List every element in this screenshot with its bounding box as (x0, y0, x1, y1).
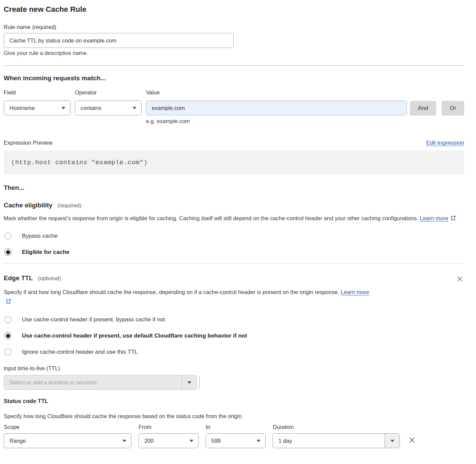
radio-icon (4, 316, 11, 323)
chevron-down-icon (390, 440, 394, 442)
operator-label: Operator (75, 89, 142, 96)
match-condition-row: Field Hostname Operator contains Value e… (4, 89, 464, 124)
status-code-ttl-row: Scope Range From 200 to 599 Duration 1 d… (4, 424, 464, 448)
to-label: to (206, 424, 266, 430)
external-link-icon (450, 214, 456, 224)
expression-preview-label: Expression Preview (4, 140, 53, 146)
duration-select[interactable]: 1 day (273, 433, 400, 448)
expression-code-block: (http.host contains "example.com") (4, 150, 464, 175)
edge-ttl-close-button[interactable] (455, 274, 464, 283)
field-label: Field (4, 89, 70, 96)
ttl-input-label: Input time-to-live (TTL) (4, 365, 464, 372)
dropdown-arrow-button[interactable] (385, 434, 399, 448)
to-select-value: 599 (211, 438, 221, 444)
radio-bypass-cache[interactable]: Bypass cache (4, 232, 464, 239)
dropdown-arrow-button[interactable] (182, 375, 197, 389)
text-cursor (199, 376, 200, 389)
operator-select-value: contains (81, 105, 101, 111)
chevron-down-icon (122, 440, 126, 442)
chevron-down-icon (61, 107, 65, 109)
and-button[interactable]: And (410, 101, 436, 116)
radio-ignore-header[interactable]: Ignore cache-control header and use this… (4, 348, 464, 355)
external-link-icon (6, 297, 11, 307)
scope-label: Scope (4, 424, 131, 430)
ttl-duration-select[interactable]: Select or add a duration in seconds (4, 375, 197, 390)
operator-select[interactable]: contains (75, 100, 142, 115)
then-heading: Then... (4, 184, 464, 192)
section-divider (4, 263, 464, 264)
learn-more-link[interactable]: Learn more (420, 215, 448, 221)
to-select[interactable]: 599 (206, 433, 266, 448)
field-select[interactable]: Hostname (4, 100, 70, 115)
status-code-ttl-heading: Status code TTL (4, 398, 464, 405)
from-select[interactable]: 200 (139, 433, 199, 448)
cache-eligibility-options: Bypass cache Eligible for cache (4, 232, 464, 256)
required-tag: (required) (57, 202, 82, 208)
optional-tag: (optional) (38, 275, 61, 281)
close-icon (456, 275, 464, 283)
page-title: Create new Cache Rule (4, 5, 464, 14)
radio-icon (4, 232, 11, 239)
from-select-value: 200 (144, 438, 154, 444)
value-label: Value (146, 89, 407, 96)
radio-selected-icon (4, 332, 11, 339)
rule-name-input[interactable] (4, 33, 234, 48)
scope-select[interactable]: Range (4, 433, 131, 448)
radio-eligible-for-cache[interactable]: Eligible for cache (4, 249, 464, 256)
rule-name-label: Rule name (required) (4, 24, 464, 30)
status-code-ttl-description: Specify how long Cloudflare should cache… (4, 411, 464, 421)
learn-more-link[interactable]: Learn more (341, 289, 369, 295)
ttl-duration-placeholder: Select or add a duration in seconds (4, 375, 182, 389)
radio-selected-icon (4, 249, 11, 256)
duration-select-value: 1 day (273, 434, 385, 448)
radio-use-header-default[interactable]: Use cache-control header if present, use… (4, 332, 464, 339)
cache-eligibility-heading: Cache eligibility (4, 202, 53, 209)
edge-ttl-options: Use cache-control header if present, byp… (4, 316, 464, 355)
edge-ttl-heading: Edge TTL (4, 274, 33, 282)
chevron-down-icon (257, 440, 261, 442)
edge-ttl-description: Specify if and how long Cloudflare shoul… (4, 287, 376, 307)
close-icon (408, 436, 416, 444)
from-label: From (139, 424, 199, 430)
value-input[interactable] (146, 100, 407, 115)
chevron-down-icon (187, 381, 191, 384)
duration-label: Duration (273, 424, 400, 430)
scope-select-value: Range (9, 438, 26, 444)
edit-expression-link[interactable]: Edit expression (426, 140, 464, 146)
rule-name-help: Give your rule a descriptive name. (4, 50, 464, 56)
radio-use-header-bypass[interactable]: Use cache-control header if present, byp… (4, 316, 464, 323)
match-heading: When incoming requests match... (4, 75, 464, 82)
delete-status-row-button[interactable] (407, 435, 417, 445)
chevron-down-icon (132, 107, 137, 109)
section-divider (4, 65, 464, 66)
or-button[interactable]: Or (442, 101, 464, 116)
cache-eligibility-description: Mark whether the request’s response from… (4, 213, 457, 224)
field-select-value: Hostname (9, 105, 35, 111)
radio-icon (4, 348, 11, 355)
chevron-down-icon (189, 440, 194, 442)
value-help: e.g. example.com (146, 118, 407, 124)
